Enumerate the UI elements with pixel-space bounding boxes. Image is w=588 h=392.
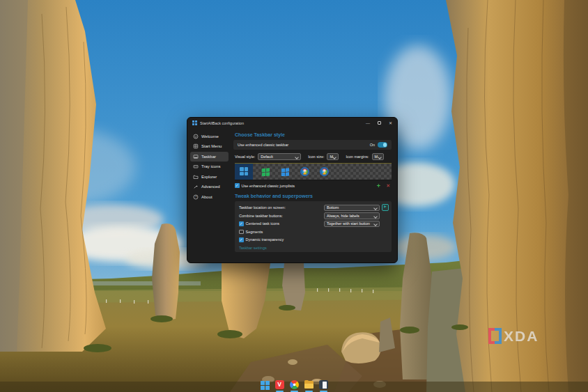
visual-style-value: Default bbox=[261, 155, 272, 159]
centered-task-icons-label: Centered task icons bbox=[246, 221, 280, 226]
monitor-play-button[interactable]: ▶ bbox=[382, 204, 389, 211]
sidebar-label: About bbox=[201, 195, 212, 199]
close-button[interactable]: ✕ bbox=[389, 121, 392, 125]
remove-style-button[interactable]: ✕ bbox=[386, 183, 390, 189]
taskbar-item-vivaldi[interactable]: V bbox=[275, 380, 284, 389]
wrench-icon bbox=[193, 184, 199, 189]
taskbar-settings-link[interactable]: Taskbar settings bbox=[239, 246, 387, 250]
sidebar-label: Tray icons bbox=[201, 164, 220, 168]
sidebar-label: Advanced bbox=[201, 185, 220, 189]
icon-size-value: M bbox=[330, 155, 333, 159]
svg-text:?: ? bbox=[195, 195, 197, 198]
sidebar-item-advanced[interactable]: Advanced bbox=[190, 182, 229, 192]
sidebar-item-welcome[interactable]: Welcome bbox=[190, 132, 229, 141]
centered-mode-select[interactable]: Together with start button bbox=[324, 221, 380, 228]
dynamic-transparency-label: Dynamic transparency bbox=[246, 237, 284, 242]
folder-icon bbox=[193, 174, 199, 180]
icon-margins-value: M bbox=[375, 155, 378, 159]
windows-8-green-logo-icon[interactable] bbox=[261, 167, 270, 176]
toggle-knob bbox=[383, 143, 387, 147]
jumplists-checkbox[interactable] bbox=[235, 183, 240, 188]
maximize-button[interactable] bbox=[378, 121, 381, 125]
window-titlebar[interactable]: StartAllBack configuration — ✕ bbox=[187, 118, 397, 128]
centered-task-icons-checkbox[interactable] bbox=[239, 221, 244, 226]
taskbar-item-pinwheel-app[interactable] bbox=[290, 380, 299, 389]
jumplists-label: Use enhanced classic jumplists bbox=[242, 184, 295, 188]
windows-start-icon bbox=[261, 381, 265, 385]
segments-checkbox[interactable] bbox=[239, 230, 244, 235]
sidebar-label: Explorer bbox=[201, 175, 217, 179]
windows-8-blue-logo-icon[interactable] bbox=[281, 167, 290, 176]
play-icon: ▶ bbox=[384, 205, 386, 209]
behavior-card: ▶ Taskbar location on screen: Bottom Com… bbox=[235, 201, 392, 252]
window-title: StartAllBack configuration bbox=[200, 121, 244, 125]
system-taskbar: V bbox=[0, 379, 588, 392]
sidebar-label: Start Menu bbox=[201, 144, 222, 148]
taskbar-settings-page: Choose Taskbar style Use enhanced classi… bbox=[231, 128, 397, 263]
sidebar-label: Welcome bbox=[201, 134, 219, 139]
vivaldi-icon: V bbox=[277, 382, 281, 388]
style-option-windows-11[interactable] bbox=[235, 164, 253, 180]
dynamic-transparency-checkbox[interactable] bbox=[239, 237, 244, 242]
combine-value: Always, hide labels bbox=[327, 214, 359, 218]
style-options-strip bbox=[253, 164, 392, 180]
centered-mode-value: Together with start button bbox=[327, 221, 370, 226]
xda-bracket-right-icon bbox=[495, 328, 502, 344]
sidebar-item-start-menu[interactable]: Start Menu bbox=[190, 142, 229, 152]
sidebar: Welcome Start Menu Taskbar bbox=[187, 128, 231, 263]
behavior-section-heading: Tweak behavior and superpowers bbox=[235, 194, 392, 198]
taskbar-icon bbox=[193, 154, 199, 159]
xda-watermark: XDA bbox=[488, 328, 539, 344]
windows-vista-orb-icon[interactable] bbox=[320, 167, 329, 176]
enhanced-taskbar-row: Use enhanced classic taskbar On bbox=[233, 140, 392, 150]
sidebar-item-explorer[interactable]: Explorer bbox=[190, 172, 229, 182]
combine-select[interactable]: Always, hide labels bbox=[324, 212, 380, 219]
xda-watermark-text: XDA bbox=[504, 328, 539, 344]
visual-style-label: Visual style: bbox=[235, 155, 255, 159]
sidebar-item-tray-icons[interactable]: Tray icons bbox=[190, 162, 229, 172]
minimize-button[interactable]: — bbox=[366, 121, 370, 125]
start-menu-icon bbox=[193, 143, 199, 149]
icon-margins-label: Icon margins: bbox=[346, 155, 369, 159]
sidebar-label: Taskbar bbox=[201, 155, 216, 159]
icon-margins-select[interactable]: M bbox=[372, 153, 384, 160]
visual-style-select[interactable]: Default bbox=[258, 153, 301, 160]
enhanced-taskbar-label: Use enhanced classic taskbar bbox=[238, 143, 288, 147]
smiley-icon bbox=[193, 134, 199, 139]
location-label: Taskbar location on screen: bbox=[239, 205, 286, 210]
icon-size-label: Icon size: bbox=[308, 155, 324, 159]
style-section-heading: Choose Taskbar style bbox=[235, 132, 392, 137]
enhanced-taskbar-toggle[interactable] bbox=[378, 142, 387, 148]
tray-icon bbox=[193, 164, 199, 169]
taskbar-item-file-explorer[interactable] bbox=[304, 380, 314, 389]
sidebar-item-about[interactable]: ? About bbox=[190, 192, 229, 202]
question-icon: ? bbox=[193, 194, 199, 200]
toggle-state-label: On bbox=[370, 143, 375, 147]
desktop-screen: XDA StartAllBack configuration — ✕ bbox=[0, 0, 588, 392]
combine-label: Combine taskbar buttons: bbox=[239, 214, 283, 218]
taskbar-item-notepad[interactable] bbox=[319, 380, 328, 389]
add-style-button[interactable]: + bbox=[377, 183, 380, 189]
notepad-icon bbox=[323, 382, 327, 389]
startallback-config-window: StartAllBack configuration — ✕ Welcome bbox=[187, 117, 398, 263]
sidebar-item-taskbar[interactable]: Taskbar bbox=[190, 152, 229, 162]
location-value: Bottom bbox=[327, 205, 339, 210]
segments-label: Segments bbox=[246, 230, 263, 234]
icon-size-select[interactable]: M bbox=[327, 153, 339, 160]
location-select[interactable]: Bottom bbox=[324, 205, 380, 212]
start-button[interactable] bbox=[261, 380, 270, 389]
windows-11-start-logo-icon bbox=[240, 167, 248, 175]
taskbar-style-preview bbox=[235, 163, 392, 180]
windows-7-orb-icon[interactable] bbox=[300, 167, 309, 176]
window-app-icon bbox=[192, 120, 197, 125]
